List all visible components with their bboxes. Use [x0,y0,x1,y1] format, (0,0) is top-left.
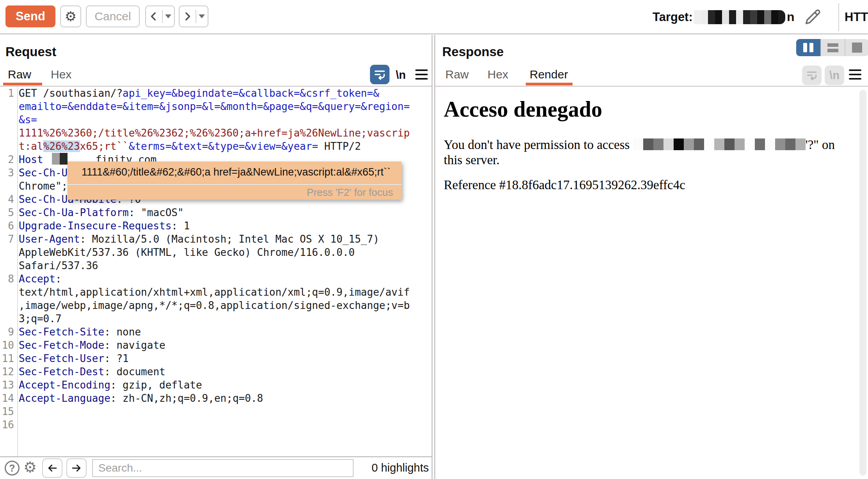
http-protocol-selector[interactable]: HTTP/2 [845,10,868,24]
code-row[interactable]: 7User-Agent: Mozilla/5.0 (Macintosh; Int… [0,232,432,246]
rendered-page-paragraph: You don't have permission to access '?" … [444,137,846,168]
request-panel: Request Raw Hex \n 1GET /southasian/?api… [0,35,432,479]
hamburger-icon [415,69,428,71]
previous-match-button[interactable] [42,458,62,478]
word-wrap-toggle[interactable] [370,65,390,84]
chevron-right-icon [182,11,192,22]
request-tab-raw[interactable]: Raw [8,68,31,81]
divider [162,10,163,23]
hamburger-icon [849,69,861,71]
code-row[interactable]: 12Sec-Fetch-Dest: document [0,365,432,378]
rendered-page-heading: Acceso denegado [444,97,602,122]
layout-rows-button[interactable] [820,39,845,56]
response-tab-raw[interactable]: Raw [445,68,469,81]
rendered-page-reference: Reference #18.8f6adc17.1695139262.39effc… [444,178,685,192]
gear-icon: ⚙ [23,459,37,475]
code-row[interactable]: 3;q=0.7 [0,312,432,325]
layout-switcher [796,39,868,56]
code-row[interactable]: 14Accept-Language: zh-CN,zh;q=0.9,en;q=0… [0,392,432,405]
divider [196,10,196,23]
response-tab-hex[interactable]: Hex [487,68,508,81]
search-input[interactable] [92,459,354,477]
request-tab-hex[interactable]: Hex [51,68,71,81]
code-row[interactable]: t:al%26%23x65;rt``&terms=&text=&type=&vi… [0,140,432,153]
code-row[interactable]: 15 [0,405,432,418]
code-row[interactable]: emailto=&enddate=&item=&jsonp=&l=&month=… [0,100,432,113]
caret-down-icon[interactable] [165,14,171,18]
code-row[interactable]: 11Sec-Fetch-User: ?1 [0,352,432,365]
search-settings-button[interactable]: ⚙ [23,459,37,476]
show-newlines-toggle-disabled: \n [825,66,844,85]
code-row[interactable]: 16 [0,418,432,431]
tooltip-decoded-value: 1111&#60;/title&#62;&#60;a href=ja&NewLi… [82,166,391,178]
target-host-suffix: n [787,10,795,24]
redacted-host [52,154,68,165]
request-title: Request [5,44,56,59]
history-back-button[interactable] [145,5,175,27]
request-editor[interactable]: 1GET /southasian/?api_key=&begindate=&ca… [0,87,432,456]
repeater-window: Send ⚙ Cancel Target: n HTTP/ [0,0,868,479]
gear-icon: ⚙ [65,9,76,24]
code-row[interactable]: text/html,application/xhtml+xml,applicat… [0,286,432,299]
target-host-redacted [694,10,785,24]
tooltip-focus-hint: Press 'F2' for focus [307,186,393,199]
request-editor-rows: 1GET /southasian/?api_key=&begindate=&ca… [0,87,432,431]
code-row[interactable]: Safari/537.36 [0,259,432,272]
code-row[interactable]: 10Sec-Fetch-Mode: navigate [0,339,432,352]
response-scrollbar[interactable] [859,90,866,476]
arrow-left-icon [46,462,58,474]
send-settings-button[interactable]: ⚙ [60,5,81,27]
layout-single-button[interactable] [845,39,868,56]
divider [838,3,839,31]
response-tab-render[interactable]: Render [530,68,568,81]
response-title: Response [442,44,504,59]
edit-target-button[interactable] [802,7,823,27]
response-render-view: Acceso denegado You don't have permissio… [435,87,868,479]
selected-tab-underline [526,83,573,85]
code-row[interactable]: 5Sec-Ch-Ua-Platform: "macOS" [0,206,432,219]
help-button[interactable]: ? [5,461,20,475]
word-wrap-icon [806,69,818,82]
divider [68,184,402,185]
code-row[interactable]: 9Sec-Fetch-Site: none [0,325,432,339]
pencil-icon [802,7,823,27]
target-label: Target: [653,10,693,24]
top-toolbar: Send ⚙ Cancel Target: n HTTP/ [0,0,868,34]
layout-columns-button[interactable] [796,39,820,56]
cancel-button[interactable]: Cancel [86,5,140,27]
word-wrap-toggle-disabled [802,66,822,85]
next-match-button[interactable] [66,458,87,478]
word-wrap-icon [373,68,386,81]
chevron-left-icon [149,11,159,22]
gutter-separator [17,87,18,456]
selected-tab-underline [3,83,42,85]
highlights-count: 0 highlights [372,461,429,474]
code-row[interactable]: 13Accept-Encoding: gzip, deflate [0,378,432,392]
caret-down-icon[interactable] [199,14,205,18]
request-menu-button[interactable] [415,69,428,80]
code-row[interactable]: &s= [0,113,432,126]
code-row[interactable]: AppleWebKit/537.36 (KHTML, like Gecko) C… [0,246,432,259]
history-forward-button[interactable] [179,5,208,27]
arrow-right-icon [71,462,82,474]
code-row[interactable]: ,image/webp,image/apng,*/*;q=0.8,applica… [0,299,432,312]
code-row[interactable]: 6Upgrade-Insecure-Requests: 1 [0,219,432,232]
response-panel: Response Raw Hex Render \n Acceso denega… [434,35,868,479]
code-row[interactable]: 1GET /southasian/?api_key=&begindate=&ca… [0,87,432,100]
response-menu-button[interactable] [849,69,861,80]
show-newlines-toggle[interactable]: \n [396,69,406,82]
code-row[interactable]: 1111%26%2360;/title%26%2362;%26%2360;a+h… [0,126,432,140]
inspector-tooltip: 1111&#60;/title&#62;&#60;a href=ja&NewLi… [68,161,402,200]
send-button[interactable]: Send [5,5,55,27]
code-row[interactable]: 8Accept: [0,272,432,286]
request-search-bar: ? ⚙ 0 highlights [0,456,432,479]
redacted-url [633,138,806,152]
